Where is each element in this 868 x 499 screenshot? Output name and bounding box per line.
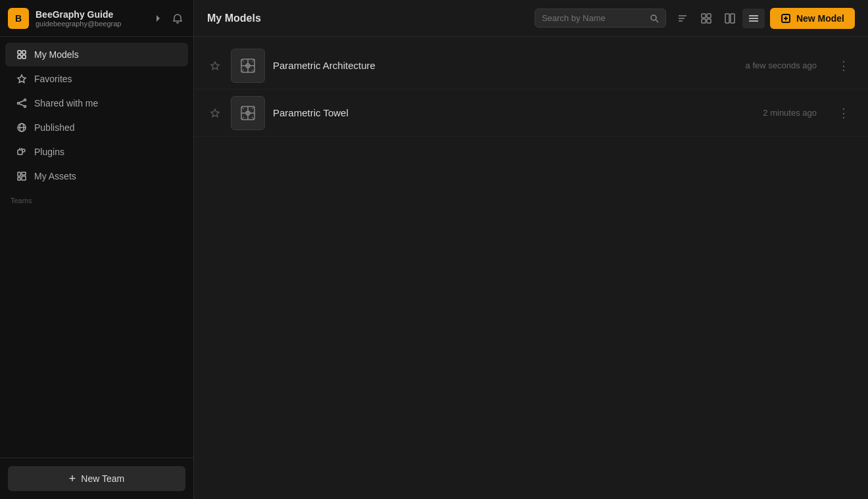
sidebar: B BeeGraphy Guide guidebeegraphy@beegrap xyxy=(0,0,194,499)
svg-rect-2 xyxy=(18,55,21,59)
svg-marker-4 xyxy=(18,75,26,83)
sidebar-item-published[interactable]: Published xyxy=(5,116,188,139)
sidebar-header: B BeeGraphy Guide guidebeegraphy@beegrap xyxy=(0,0,193,37)
svg-rect-0 xyxy=(18,51,21,54)
new-team-label: New Team xyxy=(81,473,124,484)
notifications-button[interactable] xyxy=(170,11,185,26)
favorite-button-1[interactable] xyxy=(207,58,223,74)
more-options-button-2[interactable]: ⋮ xyxy=(832,103,855,123)
table-row: Parametric Towel 2 minutes ago ⋮ xyxy=(194,89,868,137)
teams-section: Teams xyxy=(0,189,193,208)
sidebar-item-favorites[interactable]: Favorites xyxy=(5,67,188,91)
svg-rect-3 xyxy=(22,55,26,59)
app-email: guidebeegraphy@beegrap xyxy=(36,20,143,28)
svg-rect-25 xyxy=(702,14,706,18)
sidebar-item-label: Shared with me xyxy=(34,98,98,108)
assets-icon xyxy=(16,170,28,182)
svg-line-21 xyxy=(656,20,658,22)
sidebar-item-my-models[interactable]: My Models xyxy=(5,43,188,66)
grid-icon xyxy=(16,49,28,60)
svg-point-20 xyxy=(651,15,656,20)
model-name-2: Parametric Towel xyxy=(273,107,755,118)
svg-rect-19 xyxy=(22,176,26,180)
sort-view-button[interactable] xyxy=(671,9,694,28)
app-logo: B xyxy=(8,8,29,29)
sidebar-item-label: Plugins xyxy=(34,147,64,157)
new-model-label: New Model xyxy=(796,13,844,24)
svg-marker-35 xyxy=(211,62,219,70)
teams-label: Teams xyxy=(11,197,32,204)
sidebar-item-label: My Models xyxy=(34,49,79,60)
sidebar-item-label: Published xyxy=(34,122,75,133)
app-name: BeeGraphy Guide xyxy=(36,9,143,20)
svg-point-6 xyxy=(18,103,20,105)
large-grid-view-button[interactable] xyxy=(719,9,741,28)
svg-line-8 xyxy=(20,101,24,103)
model-thumbnail-2 xyxy=(231,96,265,130)
table-row: Parametric Architecture a few seconds ag… xyxy=(194,42,868,89)
star-nav-icon xyxy=(16,73,28,85)
svg-rect-28 xyxy=(707,19,711,23)
favorite-button-2[interactable] xyxy=(207,105,223,121)
new-team-button[interactable]: + New Team xyxy=(8,466,185,491)
new-model-icon xyxy=(781,13,791,24)
topbar: My Models xyxy=(194,0,868,37)
view-toggle xyxy=(671,9,765,28)
svg-rect-27 xyxy=(702,19,706,23)
app-identity: BeeGraphy Guide guidebeegraphy@beegrap xyxy=(36,9,143,28)
model-time-2: 2 minutes ago xyxy=(763,108,817,118)
svg-marker-40 xyxy=(211,109,219,117)
globe-icon xyxy=(16,122,28,133)
svg-line-9 xyxy=(20,104,24,106)
svg-rect-17 xyxy=(18,178,20,180)
svg-rect-29 xyxy=(725,14,729,23)
model-name-1: Parametric Architecture xyxy=(273,60,738,71)
search-input[interactable] xyxy=(542,13,644,23)
grid-view-button[interactable] xyxy=(695,9,717,28)
page-title: My Models xyxy=(207,12,261,24)
expand-button[interactable] xyxy=(150,11,166,26)
search-icon xyxy=(650,14,659,23)
sidebar-item-plugins[interactable]: Plugins xyxy=(5,140,188,164)
svg-rect-30 xyxy=(731,14,735,23)
svg-point-7 xyxy=(24,106,26,108)
search-box xyxy=(535,9,666,28)
header-actions xyxy=(150,11,185,26)
svg-rect-1 xyxy=(22,51,26,54)
sidebar-item-my-assets[interactable]: My Assets xyxy=(5,164,188,188)
sidebar-item-shared-with-me[interactable]: Shared with me xyxy=(5,91,188,115)
topbar-right: New Model xyxy=(535,8,855,29)
nav-section: My Models Favorites Shared w xyxy=(0,37,193,458)
plus-icon: + xyxy=(69,473,76,485)
model-list: Parametric Architecture a few seconds ag… xyxy=(194,37,868,499)
list-view-button[interactable] xyxy=(742,9,765,28)
plugin-icon xyxy=(16,146,28,158)
model-time-1: a few seconds ago xyxy=(746,60,817,70)
sidebar-item-label: Favorites xyxy=(34,74,72,84)
main-content: My Models xyxy=(194,0,868,499)
svg-rect-26 xyxy=(707,14,711,18)
svg-rect-16 xyxy=(18,172,20,176)
sidebar-footer: + New Team xyxy=(0,458,193,499)
svg-rect-18 xyxy=(22,172,26,175)
new-model-button[interactable]: New Model xyxy=(770,8,855,29)
share-icon xyxy=(16,97,28,109)
more-options-button-1[interactable]: ⋮ xyxy=(832,56,855,76)
svg-rect-13 xyxy=(18,150,22,154)
svg-point-5 xyxy=(24,99,26,101)
sidebar-item-label: My Assets xyxy=(34,171,76,181)
model-thumbnail-1 xyxy=(231,49,265,83)
